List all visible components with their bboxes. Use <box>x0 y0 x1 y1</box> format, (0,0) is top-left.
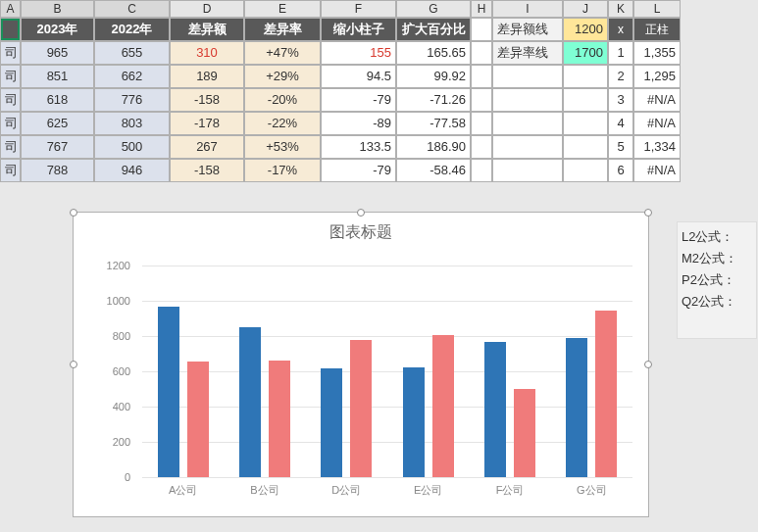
cell-G7[interactable]: -58.46 <box>396 159 471 182</box>
chart-bar-series1[interactable] <box>239 327 261 477</box>
cell-L4[interactable]: #N/A <box>633 88 681 112</box>
cell-L5[interactable]: #N/A <box>633 112 681 135</box>
cell-J5[interactable] <box>563 112 608 135</box>
cell-I6[interactable] <box>492 135 563 159</box>
cell-B5[interactable]: 625 <box>21 112 94 135</box>
colhdr-H[interactable]: H <box>471 0 492 18</box>
cell-F7[interactable]: -79 <box>321 159 396 182</box>
cell-C4[interactable]: 776 <box>94 88 170 112</box>
chart-title[interactable]: 图表标题 <box>74 213 648 246</box>
colhdr-B[interactable]: B <box>21 0 94 18</box>
cell-H1[interactable] <box>471 18 492 41</box>
cell-L3[interactable]: 1,295 <box>633 65 681 88</box>
cell-H5[interactable] <box>471 112 492 135</box>
colhdr-C[interactable]: C <box>94 0 170 18</box>
cell-G3[interactable]: 99.92 <box>396 65 471 88</box>
cell-C6[interactable]: 500 <box>94 135 170 159</box>
colhdr-D[interactable]: D <box>170 0 244 18</box>
cell-H6[interactable] <box>471 135 492 159</box>
cell-G2[interactable]: 165.65 <box>396 41 471 65</box>
cell-K7[interactable]: 6 <box>608 159 633 182</box>
cell-C3[interactable]: 662 <box>94 65 170 88</box>
cell-L1[interactable]: 正柱 <box>633 18 681 41</box>
cell-I3[interactable] <box>492 65 563 88</box>
cell-F1[interactable]: 缩小柱子 <box>321 18 396 41</box>
cell-C2[interactable]: 655 <box>94 41 170 65</box>
chart-plot-area[interactable] <box>142 266 632 477</box>
cell-I1[interactable]: 差异额线高 <box>492 18 563 41</box>
cell-D3[interactable]: 189 <box>170 65 244 88</box>
cell-F6[interactable]: 133.5 <box>321 135 396 159</box>
cell-K5[interactable]: 4 <box>608 112 633 135</box>
chart-bar-series1[interactable] <box>403 367 425 478</box>
cell-E3[interactable]: +29% <box>244 65 321 88</box>
cell-G4[interactable]: -71.26 <box>396 88 471 112</box>
resize-handle[interactable] <box>357 209 365 217</box>
cell-F3[interactable]: 94.5 <box>321 65 396 88</box>
cell-C7[interactable]: 946 <box>94 159 170 182</box>
cell-J2[interactable]: 1700 <box>563 41 608 65</box>
colhdr-I[interactable]: I <box>492 0 563 18</box>
cell-H7[interactable] <box>471 159 492 182</box>
resize-handle[interactable] <box>70 209 77 217</box>
chart-bar-series2[interactable] <box>187 362 209 477</box>
colhdr-A[interactable]: A <box>0 0 21 18</box>
cell-E4[interactable]: -20% <box>244 88 321 112</box>
cell-H2[interactable] <box>471 41 492 65</box>
cell-B3[interactable]: 851 <box>21 65 94 88</box>
cell-D7[interactable]: -158 <box>170 159 244 182</box>
cell-A5[interactable]: 司 <box>0 112 21 135</box>
colhdr-G[interactable]: G <box>396 0 471 18</box>
cell-F4[interactable]: -79 <box>321 88 396 112</box>
chart-bar-series1[interactable] <box>566 338 587 477</box>
cell-L6[interactable]: 1,334 <box>633 135 681 159</box>
cell-G6[interactable]: 186.90 <box>396 135 471 159</box>
chart-bar-series1[interactable] <box>484 342 506 477</box>
cell-E7[interactable]: -17% <box>244 159 321 182</box>
cell-L7[interactable]: #N/A <box>633 159 681 182</box>
cell-G5[interactable]: -77.58 <box>396 112 471 135</box>
cell-G1[interactable]: 扩大百分比 <box>396 18 471 41</box>
colhdr-F[interactable]: F <box>321 0 396 18</box>
chart-bar-series2[interactable] <box>350 340 372 477</box>
cell-E1[interactable]: 差异率 <box>244 18 321 41</box>
cell-K6[interactable]: 5 <box>608 135 633 159</box>
cell-I7[interactable] <box>492 159 563 182</box>
colhdr-K[interactable]: K <box>608 0 633 18</box>
cell-E5[interactable]: -22% <box>244 112 321 135</box>
cell-J6[interactable] <box>563 135 608 159</box>
cell-B1[interactable]: 2023年 <box>21 18 94 41</box>
cell-H3[interactable] <box>471 65 492 88</box>
colhdr-J[interactable]: J <box>563 0 608 18</box>
cell-I5[interactable] <box>492 112 563 135</box>
cell-D4[interactable]: -158 <box>170 88 244 112</box>
cell-I4[interactable] <box>492 88 563 112</box>
cell-E6[interactable]: +53% <box>244 135 321 159</box>
embedded-chart[interactable]: 图表标题 020040060080010001200 A公司B公司D公司E公司F… <box>73 212 649 517</box>
cell-J3[interactable] <box>563 65 608 88</box>
cell-J1[interactable]: 1200 <box>563 18 608 41</box>
cell-K3[interactable]: 2 <box>608 65 633 88</box>
cell-C5[interactable]: 803 <box>94 112 170 135</box>
cell-B4[interactable]: 618 <box>21 88 94 112</box>
chart-bar-series1[interactable] <box>158 307 179 477</box>
cell-A6[interactable]: 司 <box>0 135 21 159</box>
cell-H4[interactable] <box>471 88 492 112</box>
cell-L2[interactable]: 1,355 <box>633 41 681 65</box>
cell-K1[interactable]: x <box>608 18 633 41</box>
cell-A3[interactable]: 司 <box>0 65 21 88</box>
cell-A1[interactable] <box>0 18 21 41</box>
chart-bar-series2[interactable] <box>514 389 535 477</box>
chart-bar-series2[interactable] <box>269 361 290 477</box>
cell-F5[interactable]: -89 <box>321 112 396 135</box>
cell-B7[interactable]: 788 <box>21 159 94 182</box>
cell-I2[interactable]: 差异率线高 <box>492 41 563 65</box>
colhdr-L[interactable]: L <box>633 0 681 18</box>
chart-bar-series1[interactable] <box>321 368 342 477</box>
resize-handle[interactable] <box>644 361 652 368</box>
cell-C1[interactable]: 2022年 <box>94 18 170 41</box>
cell-A4[interactable]: 司 <box>0 88 21 112</box>
cell-E2[interactable]: +47% <box>244 41 321 65</box>
cell-A2[interactable]: 司 <box>0 41 21 65</box>
cell-D2[interactable]: 310 <box>170 41 244 65</box>
